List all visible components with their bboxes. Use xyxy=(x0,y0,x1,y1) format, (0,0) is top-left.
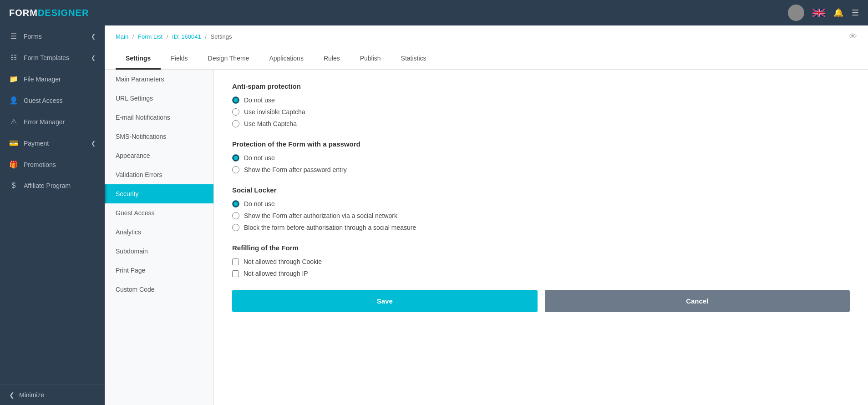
affiliate-icon: $ xyxy=(9,182,18,190)
breadcrumb-main[interactable]: Main xyxy=(116,33,128,40)
nav-analytics[interactable]: Analytics xyxy=(105,223,213,242)
guest-access-icon: 👤 xyxy=(9,96,18,105)
refilling-checkbox-1[interactable] xyxy=(232,270,239,277)
save-button[interactable]: Save xyxy=(232,290,538,312)
social-label-1: Show the Form after authorization via a … xyxy=(244,212,397,219)
chevron-icon: ❮ xyxy=(91,55,96,61)
tab-publish[interactable]: Publish xyxy=(350,48,391,70)
main-layout: ☰ Forms ❮ ☷ Form Templates ❮ 📁 File Mana… xyxy=(0,25,868,405)
promotions-icon: 🎁 xyxy=(9,160,18,169)
avatar xyxy=(788,5,804,21)
social-option-2[interactable]: Block the form before authorisation thro… xyxy=(232,224,850,231)
form-templates-icon: ☷ xyxy=(9,53,18,62)
logo-designer: DESIGNER xyxy=(38,8,89,18)
antispam-radio-2[interactable] xyxy=(232,120,239,127)
refilling-section: Refilling of the Form Not allowed throug… xyxy=(232,244,850,277)
tab-design-theme[interactable]: Design Theme xyxy=(198,48,259,70)
antispam-radio-1[interactable] xyxy=(232,108,239,116)
nav-custom-code[interactable]: Custom Code xyxy=(105,280,213,299)
social-radio-2[interactable] xyxy=(232,224,239,231)
sidebar-item-form-templates[interactable]: ☷ Form Templates ❮ xyxy=(0,47,105,68)
sidebar-item-file-manager[interactable]: 📁 File Manager xyxy=(0,68,105,90)
nav-subdomain[interactable]: Subdomain xyxy=(105,242,213,261)
sidebar-item-promotions[interactable]: 🎁 Promotions xyxy=(0,154,105,175)
file-manager-icon: 📁 xyxy=(9,75,18,83)
password-protection-title: Protection of the Form with a password xyxy=(232,140,850,148)
password-label-1: Show the Form after password entry xyxy=(244,166,347,173)
cancel-button[interactable]: Cancel xyxy=(545,290,850,312)
sidebar-item-label: File Manager xyxy=(24,76,61,83)
breadcrumb: Main / Form List / ID: 160041 / Settings… xyxy=(105,25,868,48)
password-radio-1[interactable] xyxy=(232,166,239,173)
nav-email-notifications[interactable]: E-mail Notifications xyxy=(105,108,213,127)
forms-icon: ☰ xyxy=(9,32,18,40)
breadcrumb-form-list[interactable]: Form List xyxy=(138,33,162,40)
nav-sms-notifications[interactable]: SMS-Notifications xyxy=(105,127,213,146)
logo: FORMDESIGNER xyxy=(9,8,89,18)
payment-icon: 💳 xyxy=(9,139,18,147)
refilling-label-0: Not allowed through Cookie xyxy=(244,258,322,265)
chevron-icon: ❮ xyxy=(91,33,96,40)
preview-eye-icon[interactable]: 👁 xyxy=(849,32,857,41)
social-option-1[interactable]: Show the Form after authorization via a … xyxy=(232,212,850,219)
tabs-bar: Settings Fields Design Theme Application… xyxy=(105,48,868,70)
nav-guest-access[interactable]: Guest Access xyxy=(105,203,213,223)
minimize-arrow-icon: ❮ xyxy=(9,391,15,399)
nav-appearance[interactable]: Appearance xyxy=(105,146,213,165)
breadcrumb-id[interactable]: ID: 160041 xyxy=(172,33,201,40)
refilling-option-1[interactable]: Not allowed through IP xyxy=(232,270,850,277)
tab-rules[interactable]: Rules xyxy=(314,48,350,70)
sidebar-item-label: Guest Access xyxy=(24,97,63,104)
social-radio-1[interactable] xyxy=(232,212,239,219)
antispam-label-1: Use invisible Captcha xyxy=(244,108,305,116)
social-locker-section: Social Locker Do not use Show the Form a… xyxy=(232,186,850,231)
social-locker-title: Social Locker xyxy=(232,186,850,194)
password-option-1[interactable]: Show the Form after password entry xyxy=(232,166,850,173)
notification-icon[interactable]: 🔔 xyxy=(833,8,843,18)
password-label-0: Do not use xyxy=(244,154,275,162)
header-right: 🔔 ☰ xyxy=(788,5,859,21)
menu-icon[interactable]: ☰ xyxy=(852,8,859,18)
sidebar-item-guest-access[interactable]: 👤 Guest Access xyxy=(0,90,105,111)
sidebar-item-forms[interactable]: ☰ Forms ❮ xyxy=(0,25,105,47)
nav-main-parameters[interactable]: Main Parameters xyxy=(105,70,213,89)
nav-validation-errors[interactable]: Validation Errors xyxy=(105,165,213,184)
refilling-option-0[interactable]: Not allowed through Cookie xyxy=(232,258,850,265)
social-label-2: Block the form before authorisation thro… xyxy=(244,224,416,231)
sidebar-item-label: Promotions xyxy=(24,161,56,168)
action-buttons: Save Cancel xyxy=(232,290,850,312)
breadcrumb-links: Main / Form List / ID: 160041 / Settings xyxy=(116,33,232,40)
flag-icon[interactable] xyxy=(812,9,825,17)
tab-settings[interactable]: Settings xyxy=(116,48,161,70)
antispam-option-2[interactable]: Use Math Captcha xyxy=(232,120,850,127)
breadcrumb-sep: / xyxy=(132,33,134,40)
antispam-label-0: Do not use xyxy=(244,96,275,104)
breadcrumb-current: Settings xyxy=(211,33,232,40)
sidebar-item-label: Payment xyxy=(24,140,49,147)
sidebar-item-payment[interactable]: 💳 Payment ❮ xyxy=(0,132,105,154)
nav-url-settings[interactable]: URL Settings xyxy=(105,89,213,108)
nav-security[interactable]: Security xyxy=(105,184,213,203)
antispam-option-0[interactable]: Do not use xyxy=(232,96,850,104)
social-label-0: Do not use xyxy=(244,200,275,208)
sidebar-item-affiliate-program[interactable]: $ Affiliate Program xyxy=(0,175,105,196)
antispam-radio-0[interactable] xyxy=(232,96,239,104)
sidebar-item-label: Forms xyxy=(24,33,42,40)
nav-print-page[interactable]: Print Page xyxy=(105,261,213,280)
sidebar-item-error-manager[interactable]: ⚠ Error Manager xyxy=(0,111,105,132)
anti-spam-title: Anti-spam protection xyxy=(232,82,850,90)
minimize-label: Minimize xyxy=(19,391,44,399)
refilling-checkbox-0[interactable] xyxy=(232,258,239,265)
minimize-button[interactable]: ❮ Minimize xyxy=(0,385,105,405)
tab-applications[interactable]: Applications xyxy=(259,48,314,70)
antispam-label-2: Use Math Captcha xyxy=(244,120,297,127)
social-option-0[interactable]: Do not use xyxy=(232,200,850,208)
breadcrumb-sep: / xyxy=(167,33,168,40)
tab-statistics[interactable]: Statistics xyxy=(391,48,437,70)
chevron-icon: ❮ xyxy=(91,140,96,147)
tab-fields[interactable]: Fields xyxy=(161,48,198,70)
social-radio-0[interactable] xyxy=(232,200,239,208)
password-option-0[interactable]: Do not use xyxy=(232,154,850,162)
password-radio-0[interactable] xyxy=(232,154,239,162)
antispam-option-1[interactable]: Use invisible Captcha xyxy=(232,108,850,116)
